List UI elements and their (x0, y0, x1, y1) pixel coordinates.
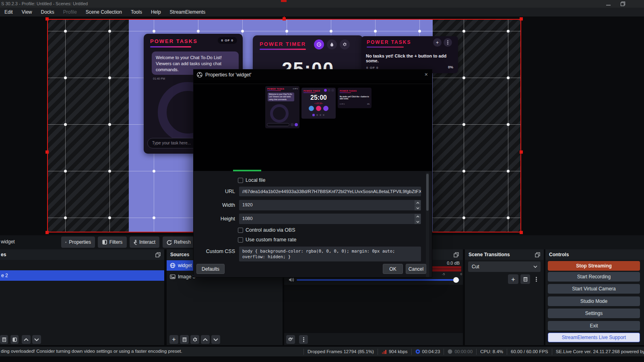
selection-handle[interactable] (520, 17, 523, 21)
streamelements-live-support-button[interactable]: StreamElements Live Support (548, 333, 640, 342)
height-spin-down[interactable] (415, 219, 421, 224)
width-label: Width (205, 202, 235, 208)
volume-slider-track[interactable] (297, 279, 459, 281)
refresh-label: Refresh (174, 239, 191, 245)
filters-button[interactable]: Filters (98, 237, 127, 248)
custom-fps-checkbox[interactable] (238, 237, 243, 243)
source-move-up-icon[interactable] (201, 335, 210, 344)
custom-css-textarea[interactable]: body { background-color: rgba(0, 0, 0, 0… (239, 247, 421, 261)
height-spin-up[interactable] (415, 214, 421, 219)
mini-stop-button (316, 106, 321, 111)
selected-source-name: widget (1, 239, 15, 245)
selection-handle[interactable] (45, 150, 49, 154)
dialog-close-icon[interactable]: × (425, 71, 428, 78)
stop-streaming-button[interactable]: Stop Streaming (548, 261, 640, 271)
mini-power-tasks: POWER TASKS 0 OF 0 Welcome to your Chat … (265, 86, 299, 128)
scene-move-up-icon[interactable] (22, 335, 31, 344)
obs-logo-icon (197, 72, 202, 78)
widget-preview-pane: POWER TASKS 0 OF 0 Welcome to your Chat … (194, 80, 432, 171)
remove-transition-icon[interactable] (520, 274, 530, 284)
mini-power-timer: POWER TIMER 25:00 • 1:57:28 • (301, 88, 336, 119)
height-input[interactable]: 1080 (239, 214, 421, 224)
start-recording-button[interactable]: Start Recording (548, 272, 640, 282)
mini-task-input (267, 123, 289, 126)
chevron-down-icon (533, 265, 537, 268)
remove-source-icon[interactable] (180, 335, 189, 344)
menu-edit[interactable]: Edit (0, 8, 17, 16)
mixer-settings-gears-icon[interactable] (286, 335, 295, 344)
menu-streamelements[interactable]: StreamElements (165, 8, 210, 16)
restore-button[interactable] (620, 1, 625, 6)
mini-dot-3 (320, 114, 321, 116)
transitions-popout-icon[interactable] (533, 250, 542, 259)
mini-underline (340, 93, 351, 93)
refresh-icon (167, 240, 171, 245)
start-virtual-camera-button[interactable]: Start Virtual Camera (548, 284, 640, 294)
source-move-down-icon[interactable] (211, 335, 220, 344)
studio-mode-button[interactable]: Studio Mode (548, 296, 640, 306)
cpu-usage: CPU: 8.4% (480, 349, 503, 354)
ok-button[interactable]: OK (383, 264, 403, 274)
height-label: Height (205, 216, 235, 222)
menu-help[interactable]: Help (147, 8, 165, 16)
scene-move-down-icon[interactable] (32, 335, 41, 344)
source-properties-gear-icon[interactable] (190, 335, 199, 344)
dialog-titlebar[interactable]: Properties for 'widget' × (194, 70, 432, 80)
mini-tasks2-percent: 0% (367, 103, 369, 105)
add-transition-icon[interactable]: + (508, 274, 518, 284)
window-title: S 30.2.3 - Profile: Untitled - Scenes: U… (1, 1, 88, 6)
properties-button[interactable]: Properties (61, 237, 95, 248)
scene-filters-icon[interactable] (10, 335, 19, 344)
local-file-checkbox[interactable] (238, 178, 243, 183)
selection-handle[interactable] (520, 150, 523, 154)
volume-slider-handle[interactable] (453, 277, 459, 283)
width-spin-down[interactable] (415, 206, 421, 210)
defaults-button[interactable]: Defaults (196, 264, 225, 274)
mixer-popout-icon[interactable] (452, 250, 460, 259)
source-label: Image 3 (178, 274, 195, 280)
width-spin-up[interactable] (415, 200, 421, 205)
transition-kebab-icon[interactable] (532, 274, 540, 284)
scene-delete-icon[interactable] (0, 335, 8, 344)
fps: 60.00 / 60.00 FPS (511, 349, 548, 354)
menu-scene-collection[interactable]: Scene Collection (81, 8, 126, 16)
scenes-popout-icon[interactable] (153, 250, 162, 259)
control-audio-label: Control audio via OBS (246, 227, 295, 233)
dialog-scrollbar-thumb[interactable] (426, 174, 429, 211)
filters-icon (102, 240, 107, 245)
menu-view[interactable]: View (17, 8, 37, 16)
minimize-button[interactable] (606, 2, 611, 6)
mini-timer-title: POWER TIMER (303, 90, 320, 92)
image-source-icon (170, 274, 175, 280)
url-input[interactable]: //67dea1d4a1b02e44933a338d/R7H7B8SKnf72b… (239, 187, 421, 196)
transition-select[interactable]: Cut (468, 261, 541, 272)
add-source-icon[interactable]: + (169, 335, 178, 344)
menu-docks[interactable]: Docks (36, 8, 58, 16)
mini-gear-dot (331, 89, 334, 92)
interact-hand-icon (134, 240, 137, 245)
dialog-scrollbar-track[interactable] (426, 173, 429, 277)
menu-tools[interactable]: Tools (126, 8, 147, 16)
exit-button[interactable]: Exit (548, 321, 640, 331)
status-stats: Dropped Frames 12794 (85.1%) 904 kbps 00… (300, 347, 644, 356)
mixer-kebab-icon[interactable] (299, 335, 308, 344)
mini-dot-1 (312, 114, 315, 116)
selection-handle[interactable] (45, 17, 49, 21)
interact-button[interactable]: Interact (130, 237, 159, 248)
cancel-button[interactable]: Cancel (406, 264, 426, 274)
settings-button[interactable]: Settings (548, 309, 640, 318)
width-input[interactable]: 1920 (239, 200, 421, 210)
scene-row-selected[interactable]: e 2 (0, 270, 164, 281)
mini-timer-display: 25:00 (301, 94, 336, 101)
menu-profile[interactable]: Profile (59, 8, 81, 16)
mini-submit-dot (295, 123, 298, 126)
selection-handle[interactable] (45, 231, 49, 234)
refresh-button[interactable]: Refresh (163, 237, 195, 248)
mini-reset-button (323, 106, 328, 111)
control-audio-checkbox[interactable] (238, 228, 243, 233)
selection-handle[interactable] (283, 17, 286, 21)
mini-tasks2-title: POWER TASKS (340, 90, 357, 92)
mini-tasks-message: Welcome to your Chat To-Do List! Viewers… (268, 93, 294, 101)
local-file-label: Local file (246, 177, 265, 183)
selection-handle[interactable] (520, 231, 523, 234)
